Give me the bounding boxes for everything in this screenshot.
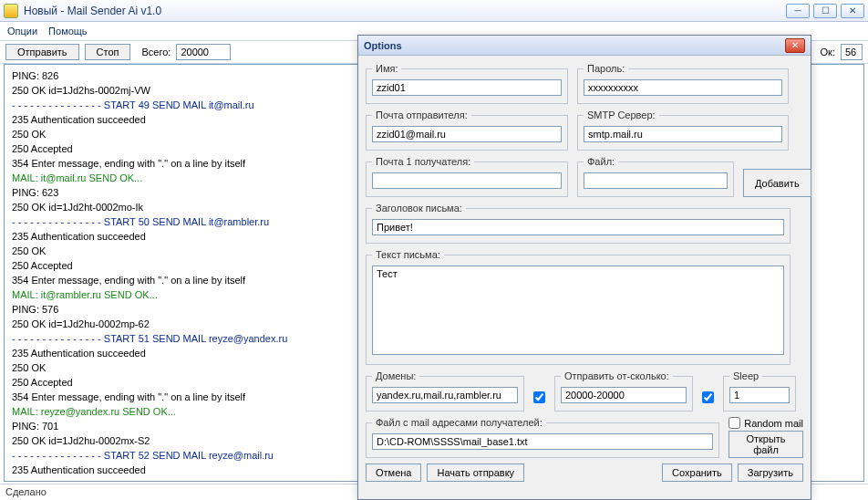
addrfile-field-group: Файл с mail адресами получателей: <box>366 417 719 458</box>
name-label: Имя: <box>372 63 401 74</box>
domains-label: Домены: <box>372 370 419 381</box>
sendcount-input[interactable] <box>561 387 687 403</box>
sleep-field-group: Sleep <box>723 370 796 411</box>
sleep-input[interactable] <box>729 387 790 403</box>
recipient-label: Почта 1 получателя: <box>372 156 474 167</box>
dialog-title: Options <box>364 40 785 51</box>
random-mail-checkbox[interactable] <box>728 417 740 429</box>
domains-checkbox[interactable] <box>533 391 545 403</box>
window-title: Новый - Mail Sender Ai v1.0 <box>24 5 786 17</box>
file-label: Файл: <box>584 156 618 167</box>
sendcount-label: Отправить от-сколько: <box>561 370 673 381</box>
password-label: Пароль: <box>584 63 628 74</box>
menu-help[interactable]: Помощь <box>48 26 88 36</box>
window-titlebar: Новый - Mail Sender Ai v1.0 ─ ☐ ✕ <box>0 0 868 22</box>
name-field-group: Имя: <box>366 63 568 104</box>
start-send-button[interactable]: Начать отправку <box>427 464 524 482</box>
password-field-group: Пароль: <box>577 63 789 104</box>
ok-value: 56 <box>841 44 863 60</box>
save-button[interactable]: Сохранить <box>662 464 732 482</box>
send-button[interactable]: Отправить <box>5 44 79 60</box>
sleep-label: Sleep <box>729 370 762 381</box>
dialog-close-button[interactable]: ✕ <box>785 38 805 53</box>
body-textarea[interactable] <box>372 266 784 355</box>
sendcount-checkbox[interactable] <box>702 391 714 403</box>
recipient-input[interactable] <box>372 172 562 189</box>
random-mail-label: Random mail <box>744 418 803 429</box>
total-value: 20000 <box>176 44 231 60</box>
options-dialog: Options ✕ Имя: Пароль: Почта отправителя… <box>357 35 811 500</box>
smtp-label: SMTP Сервер: <box>584 109 659 120</box>
file-input[interactable] <box>584 172 728 189</box>
load-button[interactable]: Загрузить <box>738 464 803 482</box>
close-button[interactable]: ✕ <box>841 4 864 18</box>
addrfile-input[interactable] <box>372 433 713 450</box>
subject-label: Заголовок письма: <box>372 203 466 214</box>
ok-label: Ок: <box>821 47 835 57</box>
name-input[interactable] <box>372 79 562 96</box>
app-icon <box>4 4 18 18</box>
addrfile-label: Файл с mail адресами получателей: <box>372 417 546 428</box>
menu-options[interactable]: Опции <box>7 26 37 36</box>
sender-field-group: Почта отправителя: <box>366 109 568 151</box>
open-file-button[interactable]: Открыть файл <box>728 431 803 458</box>
sendcount-field-group: Отправить от-сколько: <box>554 370 693 411</box>
smtp-input[interactable] <box>584 126 782 142</box>
body-field-group: Текст письма: <box>366 249 790 365</box>
recipient-field-group: Почта 1 получателя: <box>366 156 568 197</box>
smtp-field-group: SMTP Сервер: <box>577 109 789 151</box>
domains-input[interactable] <box>372 387 518 403</box>
add-button[interactable]: Добавить <box>743 169 811 197</box>
sender-input[interactable] <box>372 126 562 142</box>
body-label: Текст письма: <box>372 249 444 260</box>
minimize-button[interactable]: ─ <box>786 4 810 18</box>
stop-button[interactable]: Стоп <box>85 44 131 60</box>
dialog-titlebar: Options ✕ <box>358 36 811 56</box>
sender-label: Почта отправителя: <box>372 109 471 120</box>
password-input[interactable] <box>584 79 782 96</box>
maximize-button[interactable]: ☐ <box>813 4 837 18</box>
subject-input[interactable] <box>372 219 784 235</box>
file-field-group: Файл: <box>577 156 734 197</box>
total-label: Всего: <box>141 47 170 57</box>
cancel-button[interactable]: Отмена <box>366 464 421 482</box>
domains-field-group: Домены: <box>366 370 524 411</box>
subject-field-group: Заголовок письма: <box>366 203 790 244</box>
status-text: Сделано <box>5 486 46 497</box>
